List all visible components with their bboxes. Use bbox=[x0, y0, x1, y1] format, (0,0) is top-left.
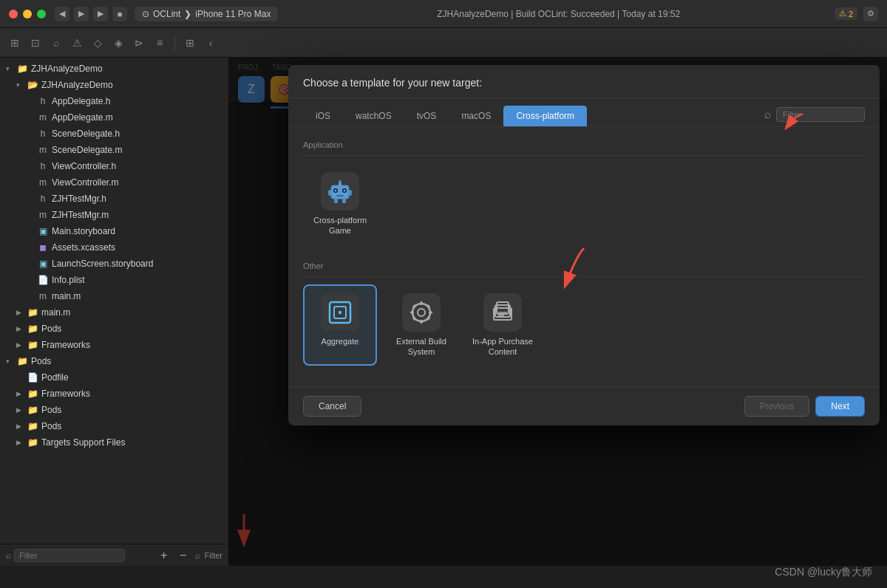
pods-project-label: Pods bbox=[31, 356, 51, 366]
group-icon: 📂 bbox=[27, 79, 38, 91]
template-cross-platform-game[interactable]: Cross-platformGame bbox=[303, 163, 377, 245]
tab-watchos[interactable]: watchOS bbox=[343, 106, 404, 126]
previous-button[interactable]: Previous bbox=[744, 396, 810, 417]
sidebar-item-root-project[interactable]: ▾ 📁 ZJHAnalyzeDemo bbox=[0, 61, 228, 77]
test-icon[interactable]: ◇ bbox=[89, 34, 106, 52]
new-target-dialog: Choose a template for your new target: i… bbox=[288, 65, 880, 425]
add-target-button[interactable]: + bbox=[157, 548, 171, 563]
sidebar-item-group[interactable]: ▾ 📂 ZJHAnalyzeDemo bbox=[0, 77, 228, 93]
sidebar-item-targets-support[interactable]: ▶ 📁 Targets Support Files bbox=[0, 434, 228, 451]
template-aggregate[interactable]: Aggregate bbox=[303, 284, 377, 366]
file-label: main.m bbox=[52, 291, 81, 301]
sidebar-item-assets[interactable]: ◼ Assets.xcassets bbox=[0, 239, 228, 256]
sidebar-item-products[interactable]: ▶ 📁 main.m bbox=[0, 304, 228, 321]
launchscreen-label: LaunchScreen.storyboard bbox=[52, 259, 153, 269]
file-icon: h bbox=[37, 95, 49, 107]
sidebar-item-pods-1[interactable]: ▶ 📁 Pods bbox=[0, 321, 228, 337]
back-button[interactable]: ◀ bbox=[55, 7, 69, 21]
chevron-icon: ❯ bbox=[184, 9, 191, 19]
sidebar-item-pods-project[interactable]: ▾ 📁 Pods bbox=[0, 353, 228, 369]
sidebar-item-infoplist[interactable]: 📄 Info.plist bbox=[0, 272, 228, 288]
traffic-lights bbox=[9, 10, 46, 18]
chevron-left-icon[interactable]: ‹ bbox=[202, 34, 220, 52]
svg-rect-9 bbox=[349, 190, 352, 196]
podfile-label: Podfile bbox=[41, 372, 69, 383]
svg-rect-17 bbox=[421, 301, 423, 305]
scheme-badge[interactable]: ⊙ OCLint ❯ iPhone 11 Pro Max bbox=[135, 7, 278, 21]
sidebar-item-appdelegate-m[interactable]: m AppDelegate.m bbox=[0, 109, 228, 126]
sidebar-item-viewcontroller-h[interactable]: h ViewController.h bbox=[0, 158, 228, 174]
storyboard-icon: ▣ bbox=[37, 225, 49, 237]
file-icon: m bbox=[37, 144, 49, 156]
minimize-button[interactable] bbox=[23, 10, 32, 18]
sidebar-item-main-m[interactable]: m main.m bbox=[0, 288, 228, 304]
sidebar-item-pods-2[interactable]: ▶ 📁 Pods bbox=[0, 402, 228, 418]
main-layout: ▾ 📁 ZJHAnalyzeDemo ▾ 📂 ZJHAnalyzeDemo h … bbox=[0, 58, 887, 566]
filter-input[interactable] bbox=[14, 549, 125, 562]
sidebar-item-podfile[interactable]: 📄 Podfile bbox=[0, 369, 228, 386]
expand-arrow: ▾ bbox=[6, 358, 16, 365]
filter-search-input[interactable] bbox=[776, 107, 865, 122]
svg-point-7 bbox=[339, 180, 341, 183]
svg-rect-10 bbox=[334, 199, 338, 203]
build-button[interactable]: ▶ bbox=[93, 7, 108, 21]
close-button[interactable] bbox=[9, 10, 18, 18]
sidebar-toggle-icon[interactable]: ⊞ bbox=[6, 34, 24, 52]
navigator-icon[interactable]: ⊡ bbox=[27, 34, 44, 52]
file-icon: h bbox=[37, 193, 49, 205]
expand-arrow: ▶ bbox=[16, 406, 27, 414]
file-icon: m bbox=[37, 177, 49, 188]
sidebar-item-main-storyboard[interactable]: ▣ Main.storyboard bbox=[0, 223, 228, 239]
other-template-grid: Aggregate bbox=[303, 284, 865, 366]
tab-ios[interactable]: iOS bbox=[303, 106, 343, 126]
assets-icon: ◼ bbox=[37, 242, 49, 253]
sidebar-tree: ▾ 📁 ZJHAnalyzeDemo ▾ 📂 ZJHAnalyzeDemo h … bbox=[0, 58, 228, 544]
sidebar-item-appdelegate-h[interactable]: h AppDelegate.h bbox=[0, 93, 228, 109]
sidebar-item-zjhtestmgr-m[interactable]: m ZJHTestMgr.m bbox=[0, 207, 228, 223]
dialog-nav-buttons: Previous Next bbox=[744, 396, 865, 417]
settings-button[interactable]: ⚙ bbox=[863, 7, 878, 21]
sidebar-item-frameworks-2[interactable]: ▶ 📁 Frameworks bbox=[0, 386, 228, 402]
sidebar-item-scenedelegate-h[interactable]: h SceneDelegate.h bbox=[0, 126, 228, 142]
issues-icon[interactable]: ⚠ bbox=[68, 34, 86, 52]
template-content: Application bbox=[288, 127, 880, 386]
project-icon: 📁 bbox=[16, 63, 28, 75]
warning-badge[interactable]: ⚠ 2 bbox=[835, 7, 857, 20]
search-toolbar-icon[interactable]: ⌕ bbox=[47, 34, 65, 52]
file-icon: m bbox=[37, 209, 49, 221]
template-external-build[interactable]: External BuildSystem bbox=[384, 284, 458, 366]
file-label: ViewController.m bbox=[52, 177, 118, 188]
report-icon[interactable]: ≡ bbox=[151, 34, 169, 52]
filter-icon: ⌕ bbox=[6, 550, 11, 561]
filter-search: ⌕ bbox=[764, 107, 865, 122]
sidebar-item-products-2[interactable]: ▶ 📁 Pods bbox=[0, 418, 228, 434]
sidebar-item-frameworks-1[interactable]: ▶ 📁 Frameworks bbox=[0, 337, 228, 353]
frameworks-label: Frameworks bbox=[41, 340, 90, 350]
cancel-button[interactable]: Cancel bbox=[303, 396, 361, 417]
grid-icon[interactable]: ⊞ bbox=[181, 34, 199, 52]
file-label: AppDelegate.m bbox=[52, 112, 113, 123]
maximize-button[interactable] bbox=[37, 10, 46, 18]
sidebar-item-launchscreen[interactable]: ▣ LaunchScreen.storyboard bbox=[0, 256, 228, 272]
next-button[interactable]: Next bbox=[815, 396, 865, 417]
iap-content-label: In-App PurchaseContent bbox=[472, 336, 533, 358]
stop-button[interactable]: ■ bbox=[112, 7, 127, 21]
tab-macos[interactable]: macOS bbox=[449, 106, 503, 126]
expand-arrow: ▶ bbox=[16, 341, 27, 349]
sidebar-item-viewcontroller-m[interactable]: m ViewController.m bbox=[0, 174, 228, 191]
debug-icon[interactable]: ◈ bbox=[109, 34, 127, 52]
svg-rect-8 bbox=[328, 190, 331, 196]
folder-icon: 📁 bbox=[27, 388, 38, 400]
remove-target-button[interactable]: − bbox=[176, 548, 191, 563]
tab-tvos[interactable]: tvOS bbox=[404, 106, 449, 126]
sidebar-item-zjhtestmgr-h[interactable]: h ZJHTestMgr.h bbox=[0, 191, 228, 207]
expand-arrow: ▾ bbox=[6, 65, 16, 72]
forward-button[interactable]: ▶ bbox=[74, 7, 89, 21]
sidebar-item-scenedelegate-m[interactable]: m SceneDelegate.m bbox=[0, 142, 228, 158]
storyboard-label: Main.storyboard bbox=[52, 226, 115, 236]
tab-cross-platform[interactable]: Cross-platform bbox=[503, 106, 587, 126]
breakpoints-icon[interactable]: ⊳ bbox=[130, 34, 148, 52]
template-iap-content[interactable]: In-App PurchaseContent bbox=[466, 284, 540, 366]
status-text: ZJHAnalyzeDemo | Build OCLint: Succeeded… bbox=[437, 9, 680, 19]
filter-right-label: Filter bbox=[205, 551, 222, 560]
